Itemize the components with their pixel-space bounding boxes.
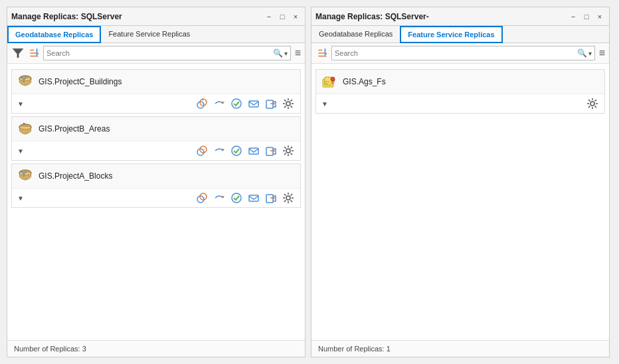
mail-icon-1[interactable] (247, 97, 260, 110)
svg-point-31 (590, 102, 594, 106)
replica-action-icons-2 (195, 144, 295, 157)
list-item: GIS.ProjectA_Blocks ▼ (11, 163, 301, 208)
svg-rect-25 (249, 195, 258, 201)
sort-icon-right[interactable] (315, 46, 329, 60)
check-icon-1[interactable] (230, 97, 243, 110)
titlebar-right: Manage Replicas: SQLServer- − □ × (311, 7, 609, 26)
expand-arrow-2[interactable]: ▼ (17, 147, 24, 155)
replica-action-icons-fs1 (586, 97, 599, 110)
replica-count-left: Number of Replicas: 3 (14, 345, 86, 353)
maximize-btn-right[interactable]: □ (581, 13, 592, 21)
tabs-left: Geodatabase Replicas Feature Service Rep… (7, 26, 305, 43)
svg-rect-8 (266, 100, 273, 108)
replica-icon-fs1 (321, 74, 337, 90)
svg-point-27 (286, 196, 290, 200)
panel-title-left: Manage Replicas: SQLServer (11, 12, 122, 21)
svg-rect-17 (266, 147, 273, 155)
expand-arrow-fs1[interactable]: ▼ (321, 100, 328, 108)
import-icon-2[interactable] (264, 144, 278, 157)
sync-arrow-icon-2[interactable] (213, 144, 226, 157)
search-btn-left[interactable]: 🔍 (273, 48, 283, 58)
close-btn-right[interactable]: × (594, 13, 605, 21)
search-input-right[interactable] (335, 49, 577, 57)
sync-arrow-icon-3[interactable] (213, 191, 226, 205)
search-box-right[interactable]: 🔍 ▾ (331, 46, 595, 60)
import-icon-1[interactable] (264, 97, 278, 110)
titlebar-controls-left: − □ × (264, 13, 301, 21)
tab-geodatabase-right[interactable]: Geodatabase Replicas (311, 26, 400, 43)
check-icon-2[interactable] (230, 144, 243, 157)
titlebar-controls-right: − □ × (568, 13, 605, 21)
search-btn-right[interactable]: 🔍 (577, 48, 587, 58)
replica-header-3: GIS.ProjectA_Blocks (12, 164, 300, 189)
svg-point-18 (286, 149, 290, 153)
check-icon-3[interactable] (230, 191, 243, 205)
sync-icon-1[interactable] (195, 97, 209, 110)
replica-name-2: GIS.ProjectB_Areas (39, 124, 110, 134)
replica-icon-3 (17, 168, 33, 184)
panel-left: Manage Replicas: SQLServer − □ × Geodata… (7, 7, 306, 357)
replica-name-1: GIS.ProjectC_Buildings (39, 77, 122, 86)
replica-header-1: GIS.ProjectC_Buildings (12, 70, 300, 94)
menu-icon-right[interactable]: ≡ (599, 47, 605, 59)
expand-arrow-3[interactable]: ▼ (17, 195, 24, 202)
settings-icon-1[interactable] (282, 97, 295, 110)
tab-geodatabase-left[interactable]: Geodatabase Replicas (7, 26, 101, 43)
import-icon-3[interactable] (264, 191, 278, 205)
svg-rect-16 (249, 148, 258, 154)
maximize-btn-left[interactable]: □ (277, 13, 288, 21)
svg-marker-0 (13, 48, 23, 58)
mail-icon-2[interactable] (247, 144, 260, 157)
replica-toolbar-3: ▼ (12, 189, 300, 207)
list-item: GIS.ProjectB_Areas ▼ (11, 116, 301, 161)
tab-feature-right[interactable]: Feature Service Replicas (400, 26, 502, 43)
svg-point-9 (286, 102, 290, 106)
menu-icon-left[interactable]: ≡ (295, 47, 301, 59)
tabs-right: Geodatabase Replicas Feature Service Rep… (311, 26, 609, 43)
svg-point-15 (232, 146, 241, 155)
search-input-left[interactable] (46, 49, 273, 57)
titlebar-left: Manage Replicas: SQLServer − □ × (7, 7, 305, 26)
settings-icon-3[interactable] (282, 191, 295, 205)
replica-toolbar-fs1: ▼ (316, 94, 604, 113)
svg-point-6 (232, 99, 241, 108)
svg-rect-26 (266, 195, 273, 203)
toolbar-right: 🔍 ▾ ≡ (311, 43, 609, 64)
replica-header-fs1: GIS.Ags_Fs (316, 70, 604, 94)
replica-name-3: GIS.ProjectA_Blocks (39, 171, 112, 181)
replica-toolbar-1: ▼ (12, 94, 300, 113)
replica-header-2: GIS.ProjectB_Areas (12, 117, 300, 141)
svg-point-30 (331, 77, 335, 81)
panel-title-right: Manage Replicas: SQLServer- (315, 12, 429, 21)
replica-count-right: Number of Replicas: 1 (318, 345, 391, 353)
svg-point-24 (232, 193, 241, 203)
footer-right: Number of Replicas: 1 (311, 340, 609, 357)
replica-action-icons-3 (195, 191, 295, 205)
mail-icon-3[interactable] (247, 191, 260, 205)
list-item: GIS.ProjectC_Buildings ▼ (11, 69, 301, 114)
search-dropdown-left[interactable]: ▾ (284, 50, 288, 57)
svg-rect-7 (249, 101, 258, 107)
toolbar-left: 🔍 ▾ ≡ (7, 43, 305, 64)
tab-feature-left[interactable]: Feature Service Replicas (101, 26, 197, 43)
replica-list-right: GIS.Ags_Fs ▼ (311, 64, 609, 340)
settings-icon-2[interactable] (282, 144, 295, 157)
replica-icon-1 (17, 74, 33, 90)
search-box-left[interactable]: 🔍 ▾ (43, 46, 291, 60)
close-btn-left[interactable]: × (290, 13, 301, 21)
sync-icon-2[interactable] (195, 144, 209, 157)
expand-arrow-1[interactable]: ▼ (17, 100, 24, 108)
search-dropdown-right[interactable]: ▾ (588, 50, 592, 57)
settings-icon-fs1[interactable] (586, 97, 599, 110)
sync-arrow-icon-1[interactable] (213, 97, 226, 110)
panel-right: Manage Replicas: SQLServer- − □ × Geodat… (311, 7, 610, 357)
sort-icon[interactable] (27, 46, 41, 60)
sync-icon-3[interactable] (195, 191, 209, 205)
minimize-btn-right[interactable]: − (568, 13, 578, 21)
footer-left: Number of Replicas: 3 (7, 340, 305, 357)
list-item: GIS.Ags_Fs ▼ (315, 69, 605, 114)
replica-list-left: GIS.ProjectC_Buildings ▼ (7, 64, 305, 340)
filter-icon[interactable] (11, 46, 25, 60)
minimize-btn-left[interactable]: − (264, 13, 274, 21)
replica-action-icons-1 (195, 97, 295, 110)
